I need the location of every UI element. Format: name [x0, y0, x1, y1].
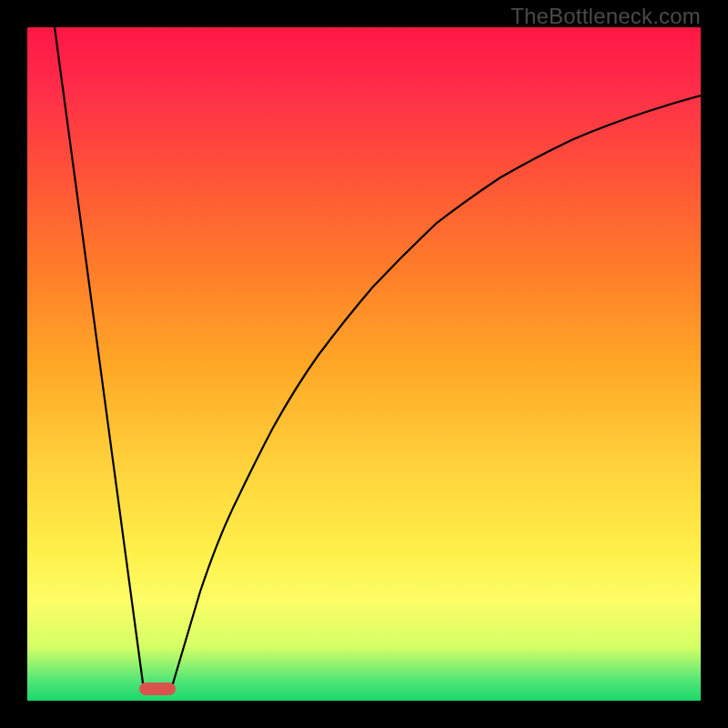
right-curve-path	[171, 96, 701, 690]
left-line-path	[55, 27, 144, 690]
hotspot-marker	[139, 682, 176, 695]
chart-frame: TheBottleneck.com	[0, 0, 728, 728]
data-curve	[27, 27, 701, 701]
plot-area	[27, 27, 701, 701]
attribution-text: TheBottleneck.com	[511, 4, 701, 29]
